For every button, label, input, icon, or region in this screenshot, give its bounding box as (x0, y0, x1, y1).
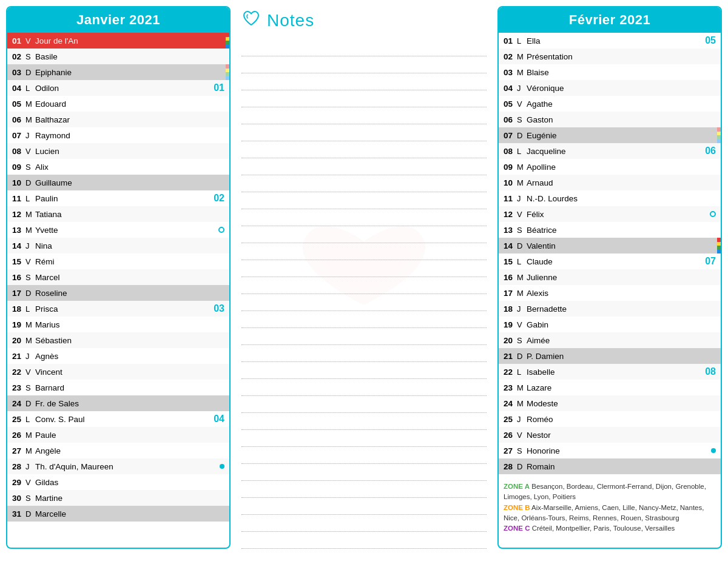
list-item[interactable] (241, 362, 487, 379)
table-row: 07DEugénie (499, 127, 721, 143)
day-name: Bernadette (527, 304, 716, 314)
day-name: Martine (35, 494, 224, 503)
table-row: 25JRoméo (499, 411, 721, 427)
list-item[interactable] (241, 90, 487, 107)
day-letter: M (517, 178, 527, 187)
day-name: Epiphanie (35, 68, 224, 77)
day-name: Agathe (527, 99, 716, 109)
zone-c-cities: Créteil, Montpellier, Paris, Toulouse, V… (532, 525, 675, 532)
list-item[interactable] (241, 107, 487, 124)
list-item[interactable] (241, 328, 487, 345)
day-name: Marcelle (35, 509, 224, 519)
list-item[interactable] (241, 260, 487, 277)
table-row: 24MModeste (499, 395, 721, 411)
list-item[interactable] (241, 226, 487, 243)
table-row: 12VFélix (499, 206, 721, 222)
zone-c-row: ZONE C Créteil, Montpellier, Paris, Toul… (504, 523, 716, 534)
table-row: 28DRomain (499, 458, 721, 474)
list-item[interactable] (241, 192, 487, 209)
day-name: Nestor (527, 431, 716, 440)
day-number: 11 (504, 194, 517, 203)
list-item[interactable] (241, 39, 487, 56)
list-item[interactable] (241, 413, 487, 430)
week-number: 08 (705, 366, 716, 377)
day-name: Arnaud (527, 178, 716, 187)
day-letter: M (25, 115, 35, 124)
table-row: 16MJulienne (499, 269, 721, 285)
dot-outline (218, 227, 224, 233)
list-item[interactable] (241, 209, 487, 226)
day-number: 01 (12, 36, 25, 45)
list-item[interactable] (241, 243, 487, 260)
day-number: 27 (504, 446, 517, 455)
list-item[interactable] (241, 175, 487, 192)
list-item[interactable] (241, 294, 487, 311)
table-row: 26VNestor (499, 427, 721, 443)
notes-lines (241, 39, 487, 549)
list-item[interactable] (241, 141, 487, 158)
table-row: 02MPrésentation (499, 49, 721, 64)
list-item[interactable] (241, 345, 487, 362)
day-name: N.-D. Lourdes (527, 194, 716, 203)
day-name: Balthazar (35, 115, 224, 124)
table-row: 16SMarcel (7, 269, 229, 285)
day-letter: V (25, 36, 35, 45)
list-item[interactable] (241, 73, 487, 90)
list-item[interactable] (241, 379, 487, 396)
day-name: Alix (35, 163, 224, 172)
day-number: 07 (504, 131, 517, 140)
day-name: Isabelle (527, 368, 705, 377)
list-item[interactable] (241, 447, 487, 464)
day-number: 28 (12, 462, 25, 471)
day-number: 28 (504, 462, 517, 471)
january-days-list: 01VJour de l'An02SBasile03DEpiphanie04LO… (7, 33, 229, 522)
january-title: Janvier 2021 (76, 12, 160, 27)
day-name: Lucien (35, 147, 224, 156)
table-row: 05MEdouard (7, 96, 229, 112)
table-row: 27MAngèle (7, 443, 229, 458)
day-letter: D (25, 289, 35, 298)
list-item[interactable] (241, 430, 487, 447)
day-letter: S (517, 115, 527, 124)
list-item[interactable] (241, 124, 487, 141)
day-letter: J (25, 241, 35, 250)
day-name: P. Damien (527, 352, 716, 361)
day-number: 04 (504, 84, 517, 93)
table-row: 24DFr. de Sales (7, 395, 229, 411)
day-letter: D (25, 68, 35, 77)
list-item[interactable] (241, 311, 487, 328)
day-number: 03 (12, 68, 25, 77)
list-item[interactable] (241, 481, 487, 498)
list-item[interactable] (241, 464, 487, 481)
day-letter: S (517, 446, 527, 455)
day-name: Félix (527, 210, 710, 219)
dot-filled (220, 464, 224, 469)
table-row: 01VJour de l'An (7, 33, 229, 49)
table-row: 02SBasile (7, 49, 229, 64)
day-number: 13 (12, 226, 25, 235)
zone-c-label: ZONE C (504, 525, 530, 532)
day-number: 24 (12, 399, 25, 408)
day-number: 19 (12, 320, 25, 329)
day-letter: S (25, 494, 35, 503)
notes-header: Notes (241, 6, 487, 35)
day-name: Agnès (35, 352, 224, 361)
list-item[interactable] (241, 515, 487, 532)
notes-title: Notes (267, 11, 314, 30)
list-item[interactable] (241, 498, 487, 515)
day-name: Marius (35, 320, 224, 329)
list-item[interactable] (241, 56, 487, 73)
table-row: 28JTh. d'Aquin, Maureen (7, 458, 229, 474)
day-letter: V (517, 320, 527, 329)
day-number: 16 (504, 273, 517, 282)
list-item[interactable] (241, 158, 487, 175)
table-row: 09SAlix (7, 159, 229, 175)
day-number: 05 (504, 99, 517, 109)
list-item[interactable] (241, 532, 487, 549)
day-letter: L (517, 257, 527, 266)
list-item[interactable] (241, 396, 487, 413)
dot-filled (711, 448, 716, 453)
list-item[interactable] (241, 277, 487, 294)
day-number: 09 (504, 163, 517, 172)
february-header: Février 2021 (499, 7, 721, 33)
